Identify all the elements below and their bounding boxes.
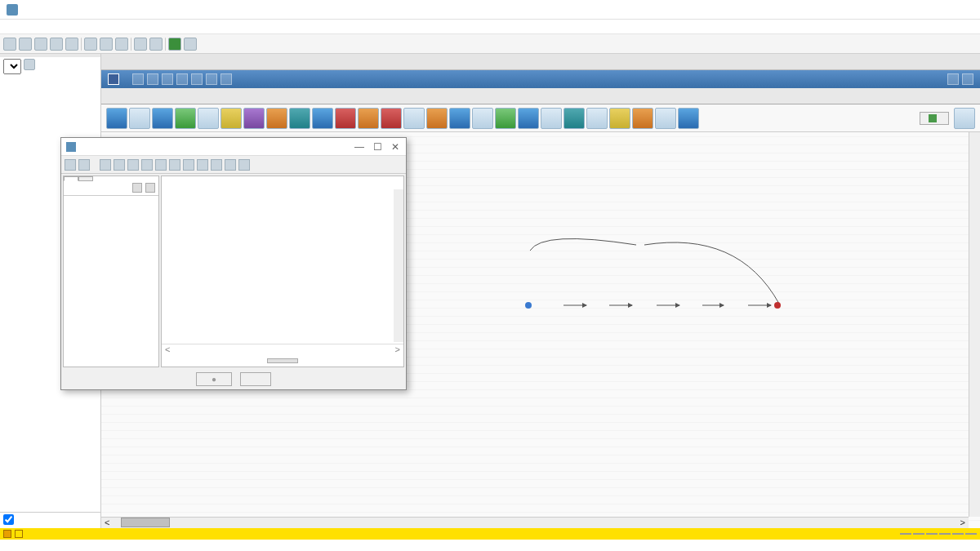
dialog-tree-btn[interactable] xyxy=(132,183,142,193)
menu-window[interactable] xyxy=(39,26,49,28)
component-btn[interactable] xyxy=(403,108,425,129)
add-component-button[interactable] xyxy=(920,112,949,125)
component-btn[interactable] xyxy=(220,108,242,129)
dialog-close-button[interactable]: ✕ xyxy=(390,141,401,153)
script-head-btn[interactable] xyxy=(191,73,203,85)
toolbar-btn[interactable] xyxy=(134,38,147,51)
dialog-tool-btn[interactable] xyxy=(211,159,222,171)
toolbar-sep xyxy=(81,38,82,51)
dialog-maximize-button[interactable]: ☐ xyxy=(372,141,383,153)
dialog-close-footer-button[interactable] xyxy=(240,372,271,386)
add-to-palette-button[interactable]: ● xyxy=(196,372,232,386)
dialog-tool-btn[interactable] xyxy=(155,159,167,171)
component-btn[interactable] xyxy=(335,108,356,129)
toolbar-btn[interactable] xyxy=(50,38,63,51)
menu-view[interactable] xyxy=(28,26,38,28)
script-head-btn[interactable] xyxy=(220,73,232,85)
component-btn[interactable] xyxy=(449,108,470,129)
menu-help[interactable] xyxy=(74,26,83,28)
component-btn[interactable] xyxy=(266,108,287,129)
dialog-tool-btn[interactable] xyxy=(100,159,111,171)
dialog-tool-btn[interactable] xyxy=(65,159,76,171)
goto-button[interactable] xyxy=(900,533,911,535)
component-btn[interactable] xyxy=(426,108,448,129)
menu-tools[interactable] xyxy=(62,26,72,28)
component-btn[interactable] xyxy=(655,108,676,129)
show-details-check[interactable] xyxy=(3,514,14,527)
fixit-button[interactable] xyxy=(913,533,924,535)
dialog-tool-btn[interactable] xyxy=(197,159,208,171)
table-scroll-x[interactable]: <> xyxy=(162,344,403,355)
dialog-tool-btn[interactable] xyxy=(238,159,250,171)
panel-min-button[interactable] xyxy=(947,73,959,85)
dialog-tool-btn[interactable] xyxy=(169,159,180,171)
menu-edit[interactable] xyxy=(16,26,26,28)
dialog-tool-btn[interactable] xyxy=(127,159,139,171)
component-btn[interactable] xyxy=(106,108,127,129)
close-button[interactable] xyxy=(962,4,973,16)
script-head-btn[interactable] xyxy=(176,73,188,85)
model-dropdown[interactable] xyxy=(3,59,21,74)
window-titlebar xyxy=(0,0,980,20)
main-toolbar xyxy=(0,34,980,54)
toolbar-btn[interactable] xyxy=(115,38,128,51)
dialog-titlebar[interactable]: — ☐ ✕ xyxy=(61,138,406,156)
component-btn[interactable] xyxy=(632,108,653,129)
dialog-tool-btn[interactable] xyxy=(114,159,125,171)
warnings-button[interactable] xyxy=(926,533,938,535)
component-btn[interactable] xyxy=(609,108,630,129)
minimize-button[interactable] xyxy=(916,4,928,16)
toolbar-btn[interactable] xyxy=(3,38,16,51)
menu-bar xyxy=(0,20,980,34)
component-btn[interactable] xyxy=(175,108,196,129)
dialog-tool-btn[interactable] xyxy=(78,159,90,171)
toolbar-run-button[interactable] xyxy=(168,38,181,51)
component-btn[interactable] xyxy=(678,108,699,129)
component-btn[interactable] xyxy=(312,108,333,129)
component-btn[interactable] xyxy=(564,108,585,129)
component-btn[interactable] xyxy=(586,108,608,129)
component-btn[interactable] xyxy=(198,108,219,129)
component-btn[interactable] xyxy=(152,108,173,129)
component-btn[interactable] xyxy=(518,108,539,129)
canvas-scroll-x[interactable]: <> xyxy=(101,517,969,528)
model-refresh-button[interactable] xyxy=(24,59,35,70)
app-logo-icon xyxy=(7,4,18,16)
toolbar-btn[interactable] xyxy=(184,38,197,51)
toolbar-btn[interactable] xyxy=(65,38,78,51)
dialog-tool-btn[interactable] xyxy=(183,159,194,171)
log-button[interactable] xyxy=(939,533,951,535)
toolbar-btn[interactable] xyxy=(19,38,32,51)
component-btn[interactable] xyxy=(954,108,975,129)
table-scroll-y[interactable] xyxy=(394,189,403,342)
component-btn[interactable] xyxy=(358,108,379,129)
dialog-minimize-button[interactable]: — xyxy=(354,141,365,153)
canvas-scroll-y[interactable] xyxy=(969,132,980,517)
menu-run[interactable] xyxy=(51,26,60,28)
menu-file[interactable] xyxy=(5,26,15,28)
dialog-tool-btn[interactable] xyxy=(225,159,236,171)
toolbar-btn[interactable] xyxy=(149,38,163,51)
view-details-button[interactable] xyxy=(267,358,298,363)
component-btn[interactable] xyxy=(541,108,562,129)
script-head-btn[interactable] xyxy=(147,73,158,85)
component-tabs xyxy=(101,88,980,104)
component-btn[interactable] xyxy=(129,108,150,129)
dialog-tool-btn[interactable] xyxy=(141,159,153,171)
view-tabs xyxy=(101,54,980,70)
script-head-btn[interactable] xyxy=(162,73,173,85)
maximize-button[interactable] xyxy=(939,4,951,16)
component-btn[interactable] xyxy=(495,108,516,129)
component-btn[interactable] xyxy=(381,108,402,129)
component-btn[interactable] xyxy=(243,108,265,129)
panel-close-button[interactable] xyxy=(962,73,973,85)
dialog-tree-btn[interactable] xyxy=(145,183,155,193)
script-head-btn[interactable] xyxy=(206,73,217,85)
toolbar-btn[interactable] xyxy=(100,38,113,51)
dialog-table[interactable]: <> xyxy=(162,176,403,355)
toolbar-btn[interactable] xyxy=(34,38,47,51)
component-btn[interactable] xyxy=(289,108,310,129)
component-btn[interactable] xyxy=(472,108,493,129)
toolbar-btn[interactable] xyxy=(84,38,97,51)
script-head-btn[interactable] xyxy=(132,73,144,85)
